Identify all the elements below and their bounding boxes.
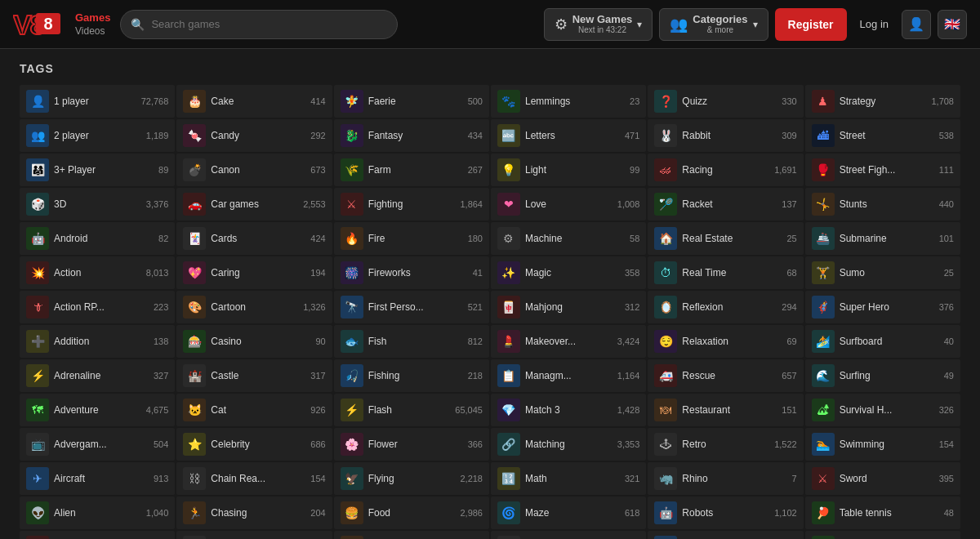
tag-item[interactable]: 🐉 Fantasy 434 xyxy=(334,119,489,152)
tag-item[interactable]: 🐾 Lemmings 23 xyxy=(491,85,646,118)
nav-videos[interactable]: Videos xyxy=(75,25,110,37)
categories-button[interactable]: 👥 Categories & more ▾ xyxy=(659,8,768,41)
tag-item[interactable]: 👤 1 player 72,768 xyxy=(20,85,175,118)
tag-item[interactable]: 🐟 Fish 812 xyxy=(334,325,489,358)
tag-item[interactable]: 🔭 First Perso... 521 xyxy=(334,291,489,323)
tag-item[interactable]: 👽 Alien 1,040 xyxy=(20,497,175,529)
tag-item[interactable]: ✨ Magic 358 xyxy=(491,256,646,289)
tag-item[interactable]: 🔤 Letters 471 xyxy=(491,119,646,152)
tag-item[interactable]: 🎣 Fishing 218 xyxy=(334,359,489,392)
nav-games[interactable]: Games xyxy=(75,11,110,24)
tag-item[interactable]: ♟ Checkers 30 xyxy=(176,531,332,539)
tag-item[interactable]: 🐱 Cat 926 xyxy=(176,394,332,426)
tag-item[interactable]: 💎 Match 3 1,428 xyxy=(491,394,646,426)
tag-item[interactable]: ⚔ Fighting 1,864 xyxy=(334,188,489,220)
tag-count: 1,691 xyxy=(773,165,797,175)
login-button[interactable]: Log in xyxy=(853,15,895,33)
tag-name: Aircraft xyxy=(54,473,139,484)
tag-item[interactable]: 🏈 American... 70 xyxy=(20,531,175,539)
tag-item[interactable]: 🎆 Fireworks 41 xyxy=(334,256,489,289)
new-games-button[interactable]: ⚙ New Games Next in 43:22 ▾ xyxy=(544,8,653,41)
tag-item[interactable]: 🤖 Robots 1,102 xyxy=(648,497,803,529)
tag-item[interactable]: 🪞 Reflexion 294 xyxy=(648,291,803,323)
tag-item[interactable]: 🧚 Faerie 500 xyxy=(334,85,489,118)
tag-item[interactable]: 💥 Action 8,013 xyxy=(20,256,175,289)
tag-item[interactable]: 🎰 Casino 90 xyxy=(176,325,332,358)
tag-name: Retro xyxy=(682,439,767,450)
search-input[interactable] xyxy=(151,18,387,30)
tag-item[interactable]: ⭐ Celebrity 686 xyxy=(176,428,332,461)
tag-item[interactable]: ❤ Love 1,008 xyxy=(491,188,646,220)
tag-item[interactable]: 🔥 Fire 180 xyxy=(334,222,489,255)
register-button[interactable]: Register xyxy=(775,8,847,41)
tag-item[interactable]: 🗺 Adventure 4,675 xyxy=(20,394,175,426)
tag-item[interactable]: 🍔 Food 2,986 xyxy=(334,497,489,529)
tag-item[interactable]: 👨‍👩‍👧 3+ Player 89 xyxy=(20,154,175,186)
tag-item[interactable]: 🤖 Android 82 xyxy=(20,222,175,255)
tag-item[interactable]: ♟ Strategy 1,708 xyxy=(805,85,960,118)
tag-item[interactable]: 🐰 Rabbit 309 xyxy=(648,119,803,152)
tag-item[interactable]: 📋 Managm... 1,164 xyxy=(491,359,646,392)
tag-item[interactable]: 🏠 Real Estate 25 xyxy=(648,222,803,255)
tag-item[interactable]: 🗡 Action RP... 223 xyxy=(20,291,175,323)
tag-item[interactable]: ⚔ Sword 395 xyxy=(805,462,960,495)
tag-item[interactable]: 👥 2 player 1,189 xyxy=(20,119,175,152)
tag-item[interactable]: 🥊 Street Figh... 111 xyxy=(805,154,960,186)
tag-icon: 🎨 xyxy=(183,296,206,318)
tag-item[interactable]: 🦏 Rhino 7 xyxy=(648,462,803,495)
tag-item[interactable]: 🔗 Matching 3,353 xyxy=(491,428,646,461)
tag-item[interactable]: 🏊 Swimming 154 xyxy=(805,428,960,461)
tag-item[interactable]: ⚙ Machine 58 xyxy=(491,222,646,255)
tag-item[interactable]: 🤸 Stunts 440 xyxy=(805,188,960,220)
tag-item[interactable]: ⚡ Adrenaline 327 xyxy=(20,359,175,392)
tag-item[interactable]: 🚢 Submarine 101 xyxy=(805,222,960,255)
tag-item[interactable]: 🏄 Surfboard 40 xyxy=(805,325,960,358)
logo[interactable]: V8 V8 8 xyxy=(13,8,62,41)
tag-item[interactable]: 🏎 Racing 1,691 xyxy=(648,154,803,186)
tag-item[interactable]: 🌸 Flower 366 xyxy=(334,428,489,461)
tag-item[interactable]: 💣 Canon 673 xyxy=(176,154,332,186)
tag-item[interactable]: 🕹 Retro 1,522 xyxy=(648,428,803,461)
tag-item[interactable]: 💡 Light 99 xyxy=(491,154,646,186)
tag-item[interactable]: 👨‍🍳 Food Servi... 864 xyxy=(334,531,489,539)
tag-item[interactable]: 🚀 Rocket 323 xyxy=(648,531,803,539)
tag-item[interactable]: 🏓 Table tennis 48 xyxy=(805,497,960,529)
tag-item[interactable]: 🏰 Castle 317 xyxy=(176,359,332,392)
tag-item[interactable]: 🍽 Restaurant 151 xyxy=(648,394,803,426)
tag-item[interactable]: 🦸 Super Hero 376 xyxy=(805,291,960,323)
tag-item[interactable]: ⏱ Real Time 68 xyxy=(648,256,803,289)
tag-item[interactable]: 📺 Advergam... 504 xyxy=(20,428,175,461)
tag-item[interactable]: 🌾 Farm 267 xyxy=(334,154,489,186)
tag-item[interactable]: ✈ Aircraft 913 xyxy=(20,462,175,495)
tag-item[interactable]: 🏋 Sumo 25 xyxy=(805,256,960,289)
tag-item[interactable]: 🎨 Cartoon 1,326 xyxy=(176,291,332,323)
tag-item[interactable]: ⚡ Flash 65,045 xyxy=(334,394,489,426)
tag-item[interactable]: 🌊 Surfing 49 xyxy=(805,359,960,392)
tag-item[interactable]: 🏸 Racket 137 xyxy=(648,188,803,220)
tag-item[interactable]: 🍬 Candy 292 xyxy=(176,119,332,152)
tag-item[interactable]: 🌀 Maze 618 xyxy=(491,497,646,529)
avatar-button[interactable]: 👤 xyxy=(902,10,931,39)
tag-item[interactable]: ⚔ Medieval 355 xyxy=(491,531,646,539)
tag-item[interactable]: 🎂 Cake 414 xyxy=(176,85,332,118)
tag-item[interactable]: 🚑 Rescue 657 xyxy=(648,359,803,392)
tag-item[interactable]: 🏙 Street 538 xyxy=(805,119,960,152)
tag-item[interactable]: 🏕 Survival H... 326 xyxy=(805,394,960,426)
tag-item[interactable]: ❓ Quizz 330 xyxy=(648,85,803,118)
tag-item[interactable]: 🃏 Cards 424 xyxy=(176,222,332,255)
language-button[interactable]: 🇬🇧 xyxy=(938,10,967,39)
tag-item[interactable]: 🚗 Car games 2,553 xyxy=(176,188,332,220)
tag-name: Fire xyxy=(368,233,453,244)
tag-item[interactable]: 🪖 Tank 545 xyxy=(805,531,960,539)
tag-item[interactable]: 🦅 Flying 2,218 xyxy=(334,462,489,495)
tag-item[interactable]: 🎲 3D 3,376 xyxy=(20,188,175,220)
tag-item[interactable]: 🀄 Mahjong 312 xyxy=(491,291,646,323)
tag-item[interactable]: 🔢 Math 321 xyxy=(491,462,646,495)
tag-item[interactable]: 💄 Makeover... 3,424 xyxy=(491,325,646,358)
tag-count: 312 xyxy=(615,302,639,312)
tag-item[interactable]: 💖 Caring 194 xyxy=(176,256,332,289)
tag-item[interactable]: ⛓ Chain Rea... 154 xyxy=(176,462,332,495)
tag-item[interactable]: 😌 Relaxation 69 xyxy=(648,325,803,358)
tag-item[interactable]: 🏃 Chasing 204 xyxy=(176,497,332,529)
tag-item[interactable]: ➕ Addition 138 xyxy=(20,325,175,358)
